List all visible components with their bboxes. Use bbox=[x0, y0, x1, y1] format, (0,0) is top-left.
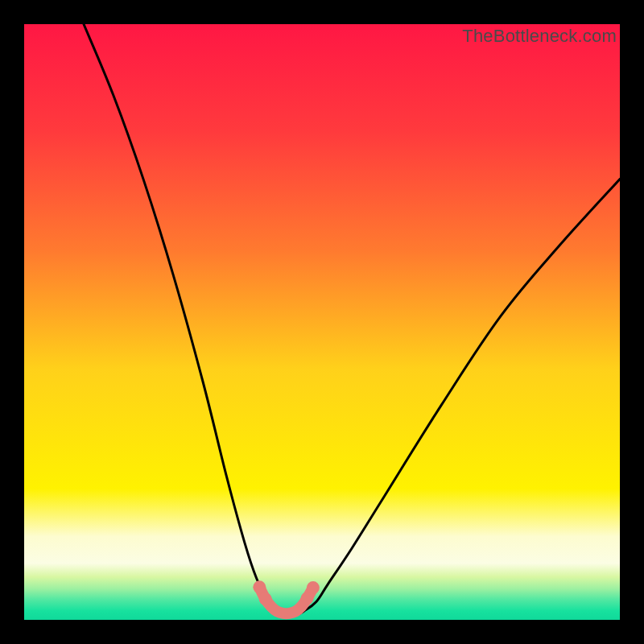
optimal-zone-dots bbox=[253, 580, 320, 605]
optimal-zone-dot bbox=[259, 592, 272, 605]
plot-frame bbox=[24, 24, 620, 620]
optimal-zone-dot bbox=[307, 581, 320, 594]
watermark-text: TheBottleneck.com bbox=[462, 26, 617, 47]
bottleneck-curve bbox=[84, 24, 620, 614]
curves-layer bbox=[24, 24, 620, 620]
optimal-zone-dot bbox=[253, 580, 266, 593]
